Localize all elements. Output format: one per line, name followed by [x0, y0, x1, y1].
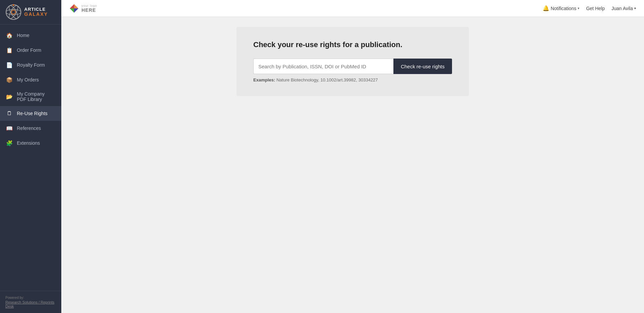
topbar-right: 🔔 Notifications ▾ Get Help Juan Avila ▾: [543, 5, 636, 11]
notifications-label: Notifications: [551, 6, 576, 11]
sidebar-nav: 🏠Home📋Order Form📄Royalty Form📦My Orders📂…: [0, 25, 61, 291]
sidebar: ARTICLE GALAXY 🏠Home📋Order Form📄Royalty …: [0, 0, 61, 313]
logo-galaxy: GALAXY: [24, 12, 48, 17]
get-help-link[interactable]: Get Help: [586, 6, 605, 11]
article-galaxy-logo-icon: [5, 4, 22, 20]
sidebar-item-label-order-form: Order Form: [17, 47, 41, 53]
my-company-pdf-library-icon: 📂: [6, 93, 13, 100]
reuse-rights-card: Check your re-use rights for a publicati…: [236, 27, 469, 96]
sidebar-item-order-form[interactable]: 📋Order Form: [0, 43, 61, 58]
page-content: Check your re-use rights for a publicati…: [61, 17, 644, 313]
sidebar-item-label-extensions: Extensions: [17, 140, 40, 146]
topbar-here: HERE: [82, 7, 96, 13]
topbar-logo-placeholder: your logo HERE: [82, 4, 97, 13]
search-row: Check re-use rights: [253, 59, 452, 74]
sidebar-item-re-use-rights[interactable]: 🗒Re-Use Rights: [0, 106, 61, 121]
topbar-diamond-icon: [69, 4, 79, 13]
sidebar-item-references[interactable]: 📖References: [0, 121, 61, 136]
user-name: Juan Avila: [611, 6, 633, 11]
royalty-form-icon: 📄: [6, 62, 13, 68]
logo-article: ARTICLE: [24, 7, 48, 12]
sidebar-footer: Powered by: Research Solutions / Reprint…: [0, 291, 61, 313]
sidebar-item-label-royalty-form: Royalty Form: [17, 62, 45, 68]
main-content: your logo HERE 🔔 Notifications ▾ Get Hel…: [61, 0, 644, 313]
topbar-your-logo: your logo: [82, 4, 97, 7]
sidebar-item-extensions[interactable]: 🧩Extensions: [0, 136, 61, 150]
svg-point-0: [6, 5, 21, 20]
powered-by-label: Powered by:: [5, 296, 56, 300]
user-caret-icon: ▾: [634, 6, 636, 10]
sidebar-logo: ARTICLE GALAXY: [0, 0, 61, 25]
sidebar-item-my-orders[interactable]: 📦My Orders: [0, 72, 61, 87]
search-input[interactable]: [253, 59, 393, 74]
check-reuse-rights-button[interactable]: Check re-use rights: [393, 59, 452, 74]
sidebar-item-home[interactable]: 🏠Home: [0, 28, 61, 43]
references-icon: 📖: [6, 125, 13, 132]
sidebar-item-label-references: References: [17, 126, 41, 131]
examples-value: Nature Biotechnology, 10.1002/art.39982,…: [277, 77, 378, 82]
sidebar-item-royalty-form[interactable]: 📄Royalty Form: [0, 58, 61, 72]
notifications-button[interactable]: 🔔 Notifications ▾: [543, 5, 579, 11]
topbar: your logo HERE 🔔 Notifications ▾ Get Hel…: [61, 0, 644, 17]
svg-point-1: [11, 10, 15, 14]
card-title: Check your re-use rights for a publicati…: [253, 40, 452, 49]
home-icon: 🏠: [6, 32, 13, 39]
re-use-rights-icon: 🗒: [6, 110, 13, 117]
company-link[interactable]: Research Solutions / Reprints Desk: [5, 300, 55, 308]
order-form-icon: 📋: [6, 47, 13, 54]
sidebar-item-label-my-company-pdf-library: My Company PDF Library: [17, 91, 55, 102]
logo-text: ARTICLE GALAXY: [24, 7, 48, 17]
user-menu[interactable]: Juan Avila ▾: [611, 6, 636, 11]
svg-point-5: [13, 4, 14, 6]
extensions-icon: 🧩: [6, 140, 13, 146]
sidebar-item-my-company-pdf-library[interactable]: 📂My Company PDF Library: [0, 87, 61, 106]
examples-text: Examples: Nature Biotechnology, 10.1002/…: [253, 77, 452, 82]
notifications-caret-icon: ▾: [578, 6, 579, 10]
sidebar-item-label-my-orders: My Orders: [17, 77, 39, 82]
my-orders-icon: 📦: [6, 76, 13, 83]
sidebar-item-label-re-use-rights: Re-Use Rights: [17, 111, 47, 116]
bell-icon: 🔔: [543, 5, 549, 11]
topbar-logo: your logo HERE: [69, 4, 97, 13]
examples-label: Examples:: [253, 77, 275, 82]
sidebar-item-label-home: Home: [17, 33, 29, 38]
